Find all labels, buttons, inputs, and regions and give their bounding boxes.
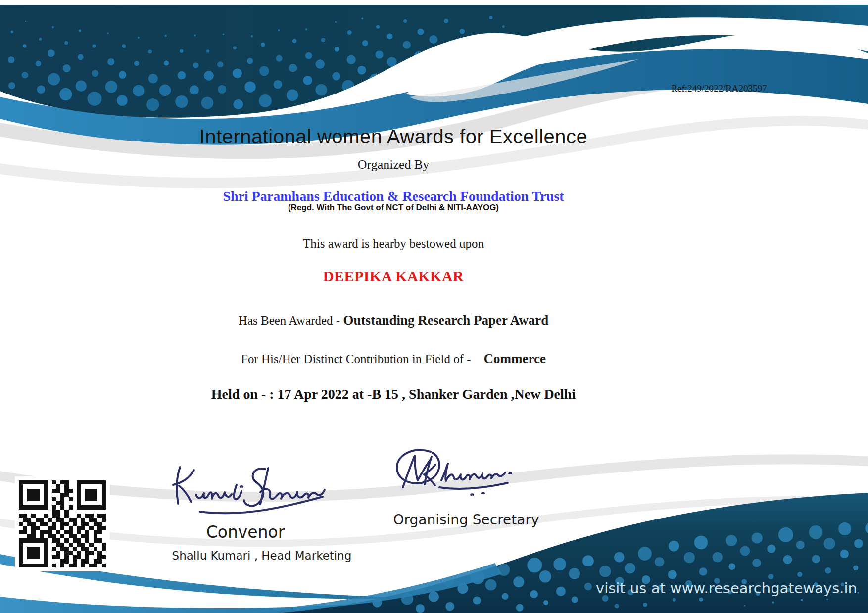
award-line: Has Been Awarded - Outstanding Research … (239, 313, 548, 328)
reference-number: Ref:249/2022/RA203597 (671, 83, 767, 94)
footer-url: visit us at www.researchgateways.in (596, 580, 857, 597)
convenor-signature (168, 454, 332, 522)
field-prefix: For His/Her Distinct Contribution in Fie… (241, 352, 471, 366)
convenor-title: Convenor (206, 522, 285, 542)
qr-code (15, 476, 110, 571)
field-value: Commerce (484, 351, 546, 366)
bestowed-line: This award is hearby bestowed upon (303, 237, 484, 251)
secretary-title: Organising Secretary (393, 512, 539, 528)
field-line: For His/Her Distinct Contribution in Fie… (241, 351, 546, 367)
registration-line: (Regd. With The Govt of NCT of Delhi & N… (288, 203, 499, 213)
certificate-title: International women Awards for Excellenc… (199, 126, 588, 148)
secretary-signature (382, 442, 530, 504)
certificate-page: Ref:249/2022/RA203597 International wome… (0, 0, 868, 613)
organized-by-label: Organized By (358, 157, 430, 172)
recipient-name: DEEPIKA KAKKAR (323, 268, 464, 284)
organization-name: Shri Paramhans Education & Research Foun… (223, 189, 564, 204)
qr-code-pattern (19, 480, 106, 567)
award-name: Outstanding Research Paper Award (343, 313, 548, 328)
convenor-name: Shallu Kumari , Head Marketing (172, 549, 352, 562)
held-on-line: Held on - : 17 Apr 2022 at -B 15 , Shank… (211, 386, 576, 402)
award-prefix: Has Been Awarded - (239, 314, 343, 327)
